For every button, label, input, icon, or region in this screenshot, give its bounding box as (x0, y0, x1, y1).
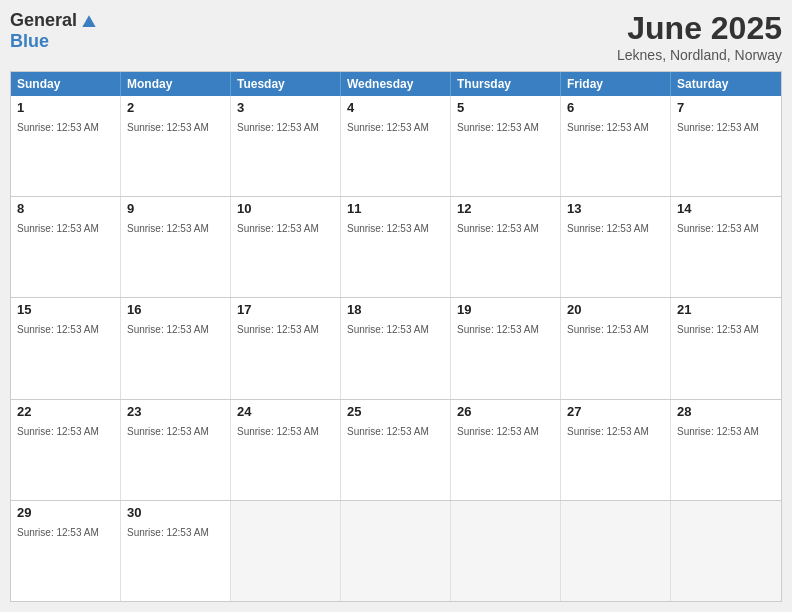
cell-date: 22 (17, 404, 114, 419)
cell-sunrise: Sunrise: 12:53 AM (457, 426, 539, 437)
calendar-body: 1Sunrise: 12:53 AM2Sunrise: 12:53 AM3Sun… (11, 96, 781, 601)
cell-date: 28 (677, 404, 775, 419)
cell-sunrise: Sunrise: 12:53 AM (237, 324, 319, 335)
cell-sunrise: Sunrise: 12:53 AM (237, 426, 319, 437)
cell-date: 17 (237, 302, 334, 317)
cell-date: 29 (17, 505, 114, 520)
calendar-cell: 16Sunrise: 12:53 AM (121, 298, 231, 398)
cell-sunrise: Sunrise: 12:53 AM (677, 426, 759, 437)
cell-sunrise: Sunrise: 12:53 AM (347, 324, 429, 335)
cell-sunrise: Sunrise: 12:53 AM (127, 527, 209, 538)
logo-blue: Blue (10, 32, 99, 52)
cell-sunrise: Sunrise: 12:53 AM (347, 223, 429, 234)
cell-date: 11 (347, 201, 444, 216)
cell-date: 3 (237, 100, 334, 115)
cell-date: 26 (457, 404, 554, 419)
calendar-cell: 10Sunrise: 12:53 AM (231, 197, 341, 297)
calendar-cell: 2Sunrise: 12:53 AM (121, 96, 231, 196)
cell-date: 27 (567, 404, 664, 419)
header-tuesday: Tuesday (231, 72, 341, 96)
cell-sunrise: Sunrise: 12:53 AM (677, 122, 759, 133)
cell-date: 2 (127, 100, 224, 115)
cell-date: 18 (347, 302, 444, 317)
cell-date: 20 (567, 302, 664, 317)
calendar-cell (451, 501, 561, 601)
calendar-cell (231, 501, 341, 601)
cell-date: 21 (677, 302, 775, 317)
calendar: Sunday Monday Tuesday Wednesday Thursday… (10, 71, 782, 602)
cell-sunrise: Sunrise: 12:53 AM (567, 122, 649, 133)
calendar-cell (561, 501, 671, 601)
header-monday: Monday (121, 72, 231, 96)
calendar-cell: 28Sunrise: 12:53 AM (671, 400, 781, 500)
cell-date: 23 (127, 404, 224, 419)
cell-date: 10 (237, 201, 334, 216)
calendar-cell: 24Sunrise: 12:53 AM (231, 400, 341, 500)
calendar-cell: 3Sunrise: 12:53 AM (231, 96, 341, 196)
cell-sunrise: Sunrise: 12:53 AM (677, 223, 759, 234)
calendar-week-5: 29Sunrise: 12:53 AM30Sunrise: 12:53 AM (11, 501, 781, 601)
cell-sunrise: Sunrise: 12:53 AM (127, 223, 209, 234)
calendar-cell: 15Sunrise: 12:53 AM (11, 298, 121, 398)
cell-date: 16 (127, 302, 224, 317)
calendar-cell: 9Sunrise: 12:53 AM (121, 197, 231, 297)
cell-sunrise: Sunrise: 12:53 AM (567, 426, 649, 437)
calendar-cell: 14Sunrise: 12:53 AM (671, 197, 781, 297)
calendar-cell: 26Sunrise: 12:53 AM (451, 400, 561, 500)
cell-date: 5 (457, 100, 554, 115)
calendar-cell: 18Sunrise: 12:53 AM (341, 298, 451, 398)
cell-sunrise: Sunrise: 12:53 AM (567, 324, 649, 335)
header-sunday: Sunday (11, 72, 121, 96)
header-wednesday: Wednesday (341, 72, 451, 96)
calendar-cell: 17Sunrise: 12:53 AM (231, 298, 341, 398)
calendar-week-1: 1Sunrise: 12:53 AM2Sunrise: 12:53 AM3Sun… (11, 96, 781, 197)
cell-sunrise: Sunrise: 12:53 AM (17, 527, 99, 538)
cell-date: 13 (567, 201, 664, 216)
calendar-week-3: 15Sunrise: 12:53 AM16Sunrise: 12:53 AM17… (11, 298, 781, 399)
calendar-header: Sunday Monday Tuesday Wednesday Thursday… (11, 72, 781, 96)
cell-date: 4 (347, 100, 444, 115)
location: Leknes, Nordland, Norway (617, 47, 782, 63)
cell-sunrise: Sunrise: 12:53 AM (127, 122, 209, 133)
cell-sunrise: Sunrise: 12:53 AM (457, 122, 539, 133)
title-area: June 2025 Leknes, Nordland, Norway (617, 10, 782, 63)
calendar-cell: 25Sunrise: 12:53 AM (341, 400, 451, 500)
cell-sunrise: Sunrise: 12:53 AM (17, 223, 99, 234)
calendar-cell: 6Sunrise: 12:53 AM (561, 96, 671, 196)
logo-general: General (10, 11, 77, 31)
calendar-cell: 22Sunrise: 12:53 AM (11, 400, 121, 500)
cell-date: 30 (127, 505, 224, 520)
header-saturday: Saturday (671, 72, 781, 96)
calendar-cell: 4Sunrise: 12:53 AM (341, 96, 451, 196)
cell-date: 25 (347, 404, 444, 419)
calendar-week-2: 8Sunrise: 12:53 AM9Sunrise: 12:53 AM10Su… (11, 197, 781, 298)
page: General Blue June 2025 Leknes, Nordland,… (0, 0, 792, 612)
cell-date: 24 (237, 404, 334, 419)
cell-date: 12 (457, 201, 554, 216)
cell-date: 14 (677, 201, 775, 216)
cell-sunrise: Sunrise: 12:53 AM (237, 223, 319, 234)
month-title: June 2025 (617, 10, 782, 47)
cell-sunrise: Sunrise: 12:53 AM (237, 122, 319, 133)
calendar-cell (341, 501, 451, 601)
calendar-cell: 21Sunrise: 12:53 AM (671, 298, 781, 398)
cell-date: 15 (17, 302, 114, 317)
header-thursday: Thursday (451, 72, 561, 96)
calendar-cell: 5Sunrise: 12:53 AM (451, 96, 561, 196)
calendar-cell: 1Sunrise: 12:53 AM (11, 96, 121, 196)
logo-icon (79, 12, 99, 32)
cell-sunrise: Sunrise: 12:53 AM (677, 324, 759, 335)
svg-marker-0 (82, 15, 95, 27)
cell-date: 9 (127, 201, 224, 216)
cell-sunrise: Sunrise: 12:53 AM (347, 122, 429, 133)
cell-sunrise: Sunrise: 12:53 AM (127, 426, 209, 437)
cell-sunrise: Sunrise: 12:53 AM (17, 426, 99, 437)
cell-sunrise: Sunrise: 12:53 AM (347, 426, 429, 437)
calendar-cell: 7Sunrise: 12:53 AM (671, 96, 781, 196)
logo-text: General Blue (10, 10, 99, 52)
cell-date: 6 (567, 100, 664, 115)
cell-date: 1 (17, 100, 114, 115)
calendar-cell: 20Sunrise: 12:53 AM (561, 298, 671, 398)
cell-date: 19 (457, 302, 554, 317)
calendar-cell: 11Sunrise: 12:53 AM (341, 197, 451, 297)
